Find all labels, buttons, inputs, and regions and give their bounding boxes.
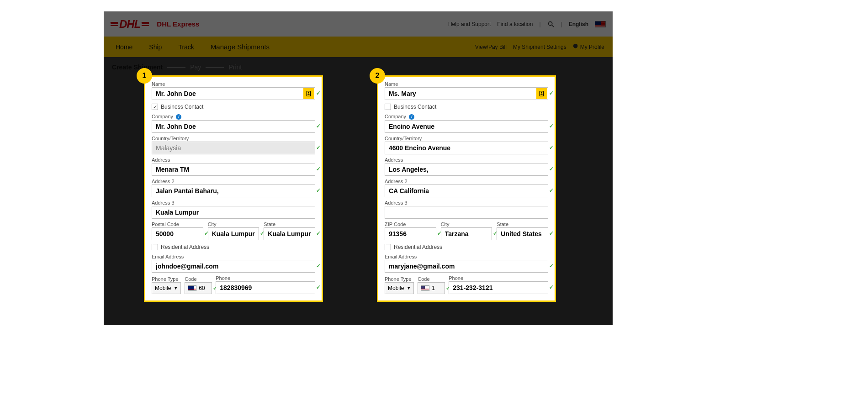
profile-icon <box>573 44 578 50</box>
help-link[interactable]: Help and Support <box>448 21 491 27</box>
breadcrumb-print: Print <box>228 63 242 71</box>
search-icon[interactable] <box>547 21 555 28</box>
svg-point-3 <box>308 92 309 94</box>
to-address2-input[interactable] <box>385 184 548 197</box>
svg-point-0 <box>548 21 552 25</box>
to-phone-code-select[interactable]: 1 <box>418 282 445 294</box>
separator: | <box>561 21 562 27</box>
valid-check-icon: ✓ <box>549 263 554 269</box>
business-contact-toggle[interactable]: Business Contact <box>385 104 548 110</box>
residential-label: Residential Address <box>161 244 209 250</box>
to-address-card: 2 Name ✓ Business Contact Company i <box>377 75 556 302</box>
city-label: City <box>208 221 259 227</box>
zip-code-label: ZIP Code <box>385 221 436 227</box>
nav-track[interactable]: Track <box>170 37 202 57</box>
to-city-input[interactable] <box>441 227 492 240</box>
company-label: Company i <box>385 114 548 120</box>
find-location-link[interactable]: Find a location <box>497 21 533 27</box>
checkbox-icon <box>152 244 158 250</box>
info-icon[interactable]: i <box>176 114 181 120</box>
nav-manage-shipments[interactable]: Manage Shipments <box>202 37 278 57</box>
from-phone-input[interactable] <box>216 281 315 294</box>
phone-label: Phone <box>216 275 315 281</box>
email-label: Email Address <box>152 254 315 259</box>
phone-label: Phone <box>449 275 548 281</box>
checkbox-icon <box>385 104 391 110</box>
valid-check-icon: ✓ <box>316 166 321 172</box>
from-address-card: 1 Name ✓ Business Contact Company i ✓ <box>144 75 323 302</box>
valid-check-icon: ✓ <box>316 187 321 194</box>
phone-type-label: Phone Type <box>385 276 414 282</box>
breadcrumb-pay: Pay <box>190 63 201 71</box>
business-contact-toggle[interactable]: Business Contact <box>152 104 315 110</box>
from-phone-type-select[interactable]: Mobile ▼ <box>152 282 181 294</box>
svg-point-5 <box>541 92 542 94</box>
contact-picker-button[interactable] <box>536 88 547 99</box>
valid-check-icon: ✓ <box>549 284 554 290</box>
to-phone-input[interactable] <box>449 281 548 294</box>
code-label: Code <box>418 276 445 282</box>
nav-my-profile[interactable]: My Profile <box>573 44 604 50</box>
svg-rect-4 <box>540 91 543 96</box>
svg-rect-2 <box>307 91 310 96</box>
to-email-input[interactable] <box>385 260 548 273</box>
to-zip-input[interactable] <box>385 227 436 240</box>
chevron-down-icon: ▼ <box>174 286 178 290</box>
breadcrumb-separator <box>167 67 185 68</box>
valid-check-icon: ✓ <box>316 284 321 290</box>
my-profile-label: My Profile <box>580 44 604 50</box>
nav-home[interactable]: Home <box>107 37 141 57</box>
to-name-input[interactable] <box>385 87 548 100</box>
from-name-input[interactable] <box>152 87 315 100</box>
from-postal-input[interactable] <box>152 227 203 240</box>
address2-label: Address 2 <box>385 179 548 184</box>
address2-label: Address 2 <box>152 179 315 184</box>
residential-toggle[interactable]: Residential Address <box>152 244 315 250</box>
breadcrumb-separator <box>206 67 224 68</box>
valid-check-icon: ✓ <box>316 90 321 96</box>
contact-picker-button[interactable] <box>303 88 314 99</box>
residential-toggle[interactable]: Residential Address <box>385 244 548 250</box>
logo-stripes-icon <box>142 22 149 26</box>
nav-ship[interactable]: Ship <box>141 37 170 57</box>
name-label: Name <box>152 81 315 87</box>
step-badge-2: 2 <box>370 68 385 84</box>
to-address-input[interactable] <box>385 163 548 176</box>
brand-subtext: DHL Express <box>157 20 199 28</box>
from-address-input[interactable] <box>152 163 315 176</box>
name-label: Name <box>385 81 548 87</box>
logo-stripes-icon <box>111 22 118 26</box>
valid-check-icon: ✓ <box>316 230 321 237</box>
from-phone-code-select[interactable]: 60 <box>185 282 212 294</box>
from-address2-input[interactable] <box>152 184 315 197</box>
valid-check-icon: ✓ <box>316 123 321 129</box>
from-city-input[interactable] <box>208 227 259 240</box>
from-state-input[interactable] <box>264 227 315 240</box>
valid-check-icon: ✓ <box>549 187 554 194</box>
to-country-input[interactable] <box>385 142 548 154</box>
app-window: DHL DHL Express Help and Support Find a … <box>104 11 613 325</box>
info-icon[interactable]: i <box>409 114 414 120</box>
flag-my-icon <box>595 21 606 27</box>
topbar-right: Help and Support Find a location | | Eng… <box>448 21 606 28</box>
phone-type-label: Phone Type <box>152 276 181 282</box>
from-address3-input[interactable] <box>152 206 315 219</box>
to-phone-type-select[interactable]: Mobile ▼ <box>385 282 414 294</box>
from-country-input <box>152 142 315 154</box>
from-email-input[interactable] <box>152 260 315 273</box>
breadcrumb: Create Shipment Pay Print <box>104 57 613 71</box>
valid-check-icon: ✓ <box>549 166 554 172</box>
navbar: Home Ship Track Manage Shipments View/Pa… <box>104 37 613 57</box>
chevron-down-icon: ▼ <box>407 286 411 290</box>
nav-shipment-settings[interactable]: My Shipment Settings <box>513 44 566 50</box>
nav-view-pay-bill[interactable]: View/Pay Bill <box>475 44 507 50</box>
to-company-input[interactable] <box>385 120 548 133</box>
business-contact-label: Business Contact <box>394 104 436 110</box>
to-state-input[interactable] <box>497 227 548 240</box>
checkbox-icon <box>385 244 391 250</box>
from-company-input[interactable] <box>152 120 315 133</box>
to-address3-input[interactable] <box>385 206 548 219</box>
valid-check-icon: ✓ <box>549 123 554 129</box>
breadcrumb-create-shipment: Create Shipment <box>112 63 163 71</box>
language-label[interactable]: English <box>569 21 588 27</box>
